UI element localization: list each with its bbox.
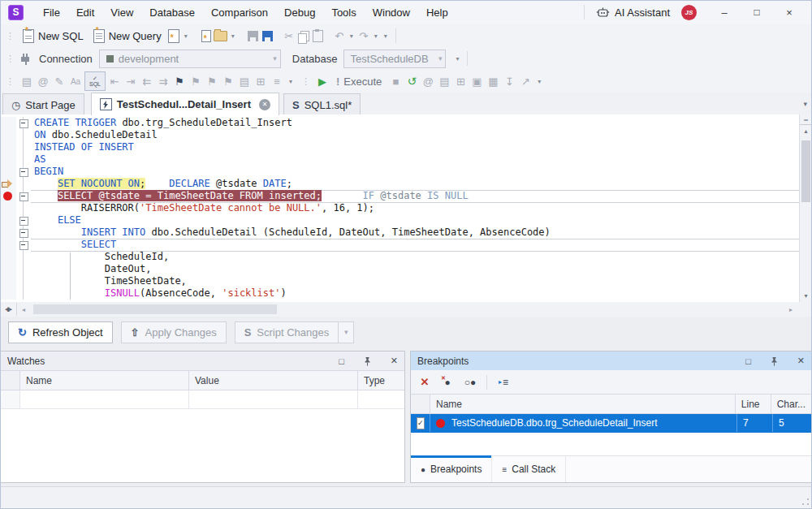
scroll-down-icon[interactable]: ▾ — [800, 290, 812, 301]
toolbar-grip[interactable]: ⋮ — [2, 31, 18, 41]
redo-dropdown-icon[interactable]: ▾ — [371, 28, 381, 43]
split-editor-handle[interactable]: ═ — [800, 114, 812, 125]
pin-icon[interactable] — [771, 356, 778, 366]
tab-start-page[interactable]: ◷ Start Page — [2, 93, 84, 115]
at-mention-icon[interactable]: @ — [36, 74, 50, 88]
new-sql-button[interactable]: ✕* New SQL — [18, 26, 89, 45]
results-grid-icon[interactable]: ▦ — [486, 74, 500, 88]
user-avatar[interactable]: JS — [681, 5, 697, 20]
collapse-region-icon[interactable] — [19, 192, 28, 201]
layout-icon[interactable]: ▣ — [469, 74, 484, 88]
next-bookmark-icon[interactable]: ⚑ — [205, 74, 219, 88]
menu-view[interactable]: View — [102, 6, 141, 19]
query-profiler-icon[interactable]: @ — [421, 74, 435, 88]
breakpoint-gutter-cell[interactable] — [0, 214, 16, 226]
tab-list-dropdown-icon[interactable]: ▾ — [803, 100, 812, 108]
previous-bookmark-icon[interactable]: ⚑ — [188, 74, 203, 88]
collapse-region-icon[interactable] — [19, 119, 28, 128]
ai-assistant-button[interactable]: AI Assistant — [590, 6, 676, 19]
column-header-char[interactable]: Char... — [771, 395, 811, 413]
column-header-name[interactable]: Name — [430, 395, 736, 413]
start-debug-button[interactable]: ▶ — [315, 74, 330, 88]
breakpoint-gutter-cell[interactable] — [0, 129, 16, 141]
empty-watch-row[interactable] — [1, 390, 404, 409]
save-icon[interactable] — [246, 28, 261, 43]
scroll-left-icon[interactable]: ◂ — [17, 306, 30, 313]
new-document-dropdown-icon[interactable]: ▾ — [181, 28, 191, 43]
menu-database[interactable]: Database — [141, 6, 203, 19]
sql-editor[interactable]: CREATE TRIGGER dbo.trg_ScheduleDetail_In… — [0, 114, 812, 302]
script-changes-dropdown-icon[interactable]: ▾ — [339, 321, 354, 343]
maximize-panel-icon[interactable]: □ — [745, 356, 751, 366]
pin-icon[interactable] — [364, 356, 371, 366]
goto-source-icon[interactable]: ▸ ≡ — [493, 373, 514, 392]
vertical-scrollbar[interactable]: ═ ▴ ▾ — [799, 114, 812, 302]
save-all-icon[interactable] — [261, 28, 275, 43]
history-icon[interactable]: ↺ — [404, 74, 419, 88]
delete-breakpoint-icon[interactable]: ✕ — [414, 373, 435, 392]
rename-icon[interactable]: ✎ — [52, 74, 67, 88]
database-select[interactable]: TestScheduleDB ▾ — [343, 50, 446, 68]
undo-icon[interactable]: ↶ — [332, 28, 347, 43]
delete-all-breakpoints-icon[interactable]: ● ✕ — [437, 373, 458, 392]
column-header-value[interactable]: Value — [189, 371, 358, 390]
toolbar-overflow-icon[interactable]: ▾ — [534, 74, 544, 88]
breakpoint-gutter-cell[interactable] — [0, 153, 16, 166]
toolbar-grip[interactable]: ⋮ — [297, 76, 313, 87]
close-panel-icon[interactable]: ✕ — [797, 356, 805, 366]
breakpoint-gutter-cell[interactable] — [0, 166, 16, 178]
horizontal-scrollbar[interactable]: ◂▮▸ ◂ ▸ — [0, 302, 812, 317]
toolbar-overflow-icon[interactable]: ▾ — [381, 28, 391, 43]
scrollbar-thumb[interactable] — [801, 140, 810, 202]
comment-lines-icon[interactable]: ▤ — [19, 74, 34, 88]
scroll-up-icon[interactable]: ▴ — [800, 125, 812, 136]
toggle-bookmark-icon[interactable]: ⚑ — [172, 74, 187, 88]
collapse-region-icon[interactable] — [19, 217, 28, 226]
open-file-icon[interactable] — [214, 28, 228, 43]
collapse-region-icon[interactable] — [19, 229, 28, 238]
close-tab-icon[interactable]: ✕ — [259, 99, 270, 110]
close-panel-icon[interactable]: ✕ — [391, 356, 398, 366]
split-editor-vertical-handle[interactable]: ◂▮▸ — [0, 303, 17, 316]
apply-changes-button[interactable]: ⇧ Apply Changes — [121, 321, 227, 343]
collapse-region-icon[interactable] — [19, 168, 28, 177]
minimize-button[interactable]: – — [708, 6, 741, 19]
menu-edit[interactable]: Edit — [68, 6, 102, 19]
breakpoint-gutter-cell[interactable] — [0, 275, 16, 287]
indent-statement-icon[interactable]: ⇥ — [123, 74, 138, 88]
menu-window[interactable]: Window — [365, 6, 418, 19]
breakpoint-gutter-cell[interactable] — [0, 117, 16, 129]
tab-call-stack[interactable]: ≡ Call Stack — [492, 456, 566, 482]
execute-button[interactable]: ! Execute — [331, 75, 387, 88]
menu-comparison[interactable]: Comparison — [203, 6, 276, 19]
script-document-icon[interactable]: ▤ — [437, 74, 451, 88]
tab-sql1[interactable]: S SQL1.sql* — [283, 93, 361, 115]
disable-all-breakpoints-icon[interactable]: ○● — [460, 373, 481, 392]
close-button[interactable]: × — [773, 6, 806, 19]
paste-icon[interactable] — [311, 28, 326, 43]
query-plan-icon[interactable]: ⊞ — [253, 74, 268, 88]
new-document-icon[interactable]: * — [166, 28, 181, 43]
resize-grip[interactable] — [801, 498, 810, 506]
breakpoint-gutter-cell[interactable] — [0, 239, 16, 251]
change-case-icon[interactable]: Aa — [68, 74, 83, 88]
breakpoint-gutter-cell[interactable] — [0, 226, 16, 239]
scroll-right-icon[interactable]: ▸ — [784, 306, 797, 313]
script-changes-button[interactable]: S Script Changes — [235, 321, 339, 343]
column-header-type[interactable]: Type — [358, 371, 404, 390]
maximize-button[interactable]: □ — [741, 6, 773, 18]
maximize-panel-icon[interactable]: □ — [339, 356, 344, 366]
breakpoint-gutter-cell[interactable] — [0, 287, 16, 300]
menu-tools[interactable]: Tools — [323, 6, 364, 19]
outdent-statement-icon[interactable]: ⇤ — [107, 74, 122, 88]
new-file-icon[interactable]: * — [199, 28, 214, 43]
breakpoint-dot[interactable] — [3, 192, 12, 201]
new-query-button[interactable]: * New Query — [89, 26, 166, 45]
import-data-icon[interactable]: ↧ — [502, 74, 516, 88]
execution-options-icon[interactable]: ≡ — [270, 74, 284, 88]
breakpoint-gutter-cell[interactable] — [0, 251, 16, 263]
execution-options-dropdown-icon[interactable]: ▾ — [286, 74, 296, 88]
increase-indent-icon[interactable]: ⇉ — [156, 74, 171, 88]
open-file-dropdown-icon[interactable]: ▾ — [228, 28, 238, 43]
tab-trigger-document[interactable]: TestSchedul...Detail_Insert ✕ — [91, 93, 279, 115]
